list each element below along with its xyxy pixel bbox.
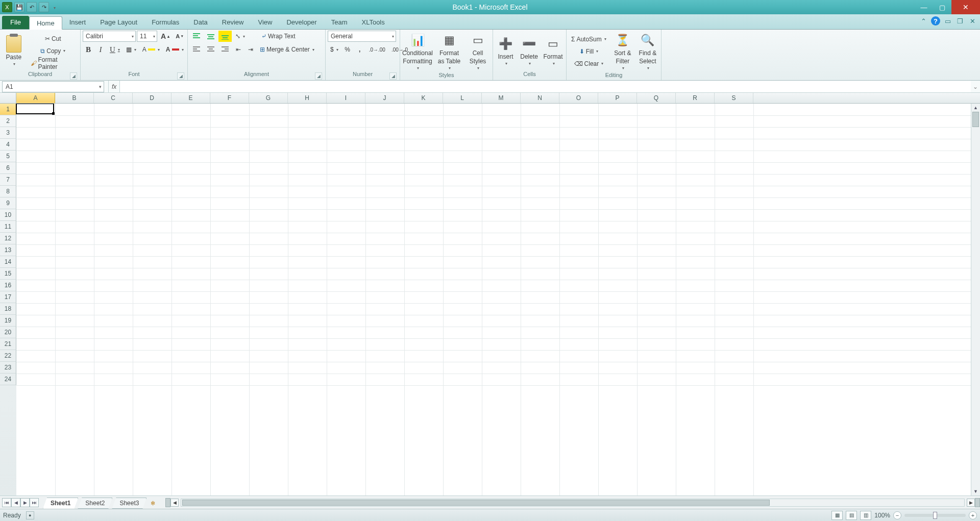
paste-button[interactable]: Paste	[2, 34, 26, 68]
row-header[interactable]: 8	[0, 186, 16, 197]
font-color-button[interactable]: A	[163, 44, 186, 55]
restore-window-icon[interactable]: ❐	[955, 16, 965, 26]
align-left-button[interactable]	[190, 44, 203, 55]
page-break-view-button[interactable]: ▥	[860, 511, 871, 520]
delete-cells-button[interactable]: ➖Delete	[519, 34, 540, 67]
column-header[interactable]: J	[365, 93, 404, 103]
scroll-down-arrow[interactable]: ▼	[971, 487, 980, 495]
column-header[interactable]: E	[172, 93, 210, 103]
column-header[interactable]: R	[676, 93, 715, 103]
sheet-prev-button[interactable]: ◀	[11, 498, 20, 507]
close-workbook-icon[interactable]: ✕	[968, 16, 977, 26]
maximize-button[interactable]: ▢	[933, 0, 951, 14]
column-header[interactable]: G	[249, 93, 288, 103]
orientation-button[interactable]: ⤡	[233, 31, 248, 42]
row-header[interactable]: 13	[0, 244, 16, 256]
fx-label[interactable]: fx	[108, 81, 120, 92]
format-painter-button[interactable]: 🖌Format Painter	[28, 58, 78, 69]
border-button[interactable]: ▦	[124, 44, 139, 55]
number-format-combo[interactable]: General	[328, 31, 396, 42]
column-header[interactable]: N	[521, 93, 559, 103]
row-header[interactable]: 14	[0, 256, 16, 268]
column-header[interactable]: O	[559, 93, 598, 103]
row-header[interactable]: 17	[0, 291, 16, 303]
sheet-first-button[interactable]: ⏮	[2, 498, 11, 507]
row-header[interactable]: 12	[0, 233, 16, 244]
row-header[interactable]: 11	[0, 221, 16, 233]
row-header[interactable]: 3	[0, 127, 16, 139]
sheet-tab[interactable]: Sheet3	[112, 498, 146, 509]
row-header[interactable]: 23	[0, 362, 16, 374]
font-size-combo[interactable]: 11	[137, 31, 157, 42]
sheet-next-button[interactable]: ▶	[20, 498, 30, 507]
font-name-combo[interactable]: Calibri	[83, 31, 136, 42]
copy-button[interactable]: ⧉Copy	[28, 45, 78, 57]
hscroll-right-arrow[interactable]: ▶	[967, 499, 975, 507]
row-header[interactable]: 18	[0, 303, 16, 315]
cells-area[interactable]	[16, 104, 971, 495]
ribbon-tab-insert[interactable]: Insert	[62, 16, 93, 29]
row-header[interactable]: 21	[0, 338, 16, 350]
scroll-up-arrow[interactable]: ▲	[971, 104, 980, 112]
horizontal-scrollbar[interactable]	[181, 499, 965, 507]
align-bottom-button[interactable]	[218, 31, 232, 42]
find-select-button[interactable]: 🔍Find &Select	[636, 31, 659, 72]
close-button[interactable]: ✕	[951, 0, 980, 14]
align-center-button[interactable]	[204, 44, 217, 55]
ribbon-tab-formulas[interactable]: Formulas	[144, 16, 186, 29]
minimize-button[interactable]: —	[915, 0, 933, 14]
row-header[interactable]: 2	[0, 115, 16, 127]
format-as-table-button[interactable]: ▦ Formatas Table	[435, 31, 463, 72]
help-icon[interactable]: ?	[931, 16, 940, 26]
ribbon-minimize-icon[interactable]: ▭	[943, 16, 952, 26]
zoom-in-button[interactable]: +	[969, 511, 977, 519]
font-launcher[interactable]: ◢	[177, 72, 184, 80]
number-launcher[interactable]: ◢	[389, 72, 397, 80]
underline-button[interactable]: U	[107, 44, 122, 55]
redo-icon[interactable]: ↷	[39, 2, 49, 12]
vscroll-thumb[interactable]	[972, 112, 979, 127]
formula-expand-button[interactable]: ⌄	[971, 83, 980, 90]
column-header[interactable]: L	[443, 93, 482, 103]
save-icon[interactable]: 💾	[14, 2, 24, 12]
undo-icon[interactable]: ↶	[27, 2, 37, 12]
wrap-text-button[interactable]: ⤶Wrap Text	[259, 31, 298, 42]
column-header[interactable]: F	[210, 93, 249, 103]
grow-font-button[interactable]: A▴	[158, 31, 172, 42]
ribbon-tab-data[interactable]: Data	[186, 16, 214, 29]
row-header[interactable]: 10	[0, 209, 16, 221]
decrease-indent-button[interactable]: ⇤	[233, 44, 244, 55]
row-header[interactable]: 24	[0, 374, 16, 385]
row-header[interactable]: 15	[0, 268, 16, 280]
insert-cells-button[interactable]: ➕Insert	[495, 34, 516, 67]
cell-styles-button[interactable]: ▭ CellStyles	[465, 31, 490, 72]
align-top-button[interactable]	[190, 31, 203, 42]
file-tab[interactable]: File	[2, 16, 29, 29]
column-header[interactable]: C	[94, 93, 133, 103]
row-header[interactable]: 19	[0, 315, 16, 327]
sheet-tab[interactable]: Sheet1	[43, 498, 78, 509]
macro-record-icon[interactable]: ●	[26, 511, 34, 519]
zoom-slider-thumb[interactable]	[933, 512, 937, 519]
sort-filter-button[interactable]: ⏳Sort &Filter	[611, 31, 634, 72]
row-header[interactable]: 5	[0, 151, 16, 162]
row-header[interactable]: 20	[0, 327, 16, 338]
increase-indent-button[interactable]: ⇥	[245, 44, 256, 55]
row-header[interactable]: 1	[0, 104, 16, 115]
align-middle-button[interactable]	[204, 31, 217, 42]
qat-customize-dropdown[interactable]	[51, 4, 57, 11]
clear-button[interactable]: ⌫Clear	[569, 58, 609, 69]
column-header[interactable]: I	[327, 93, 365, 103]
normal-view-button[interactable]: ▦	[831, 511, 843, 520]
fill-button[interactable]: ⬇Fill	[569, 46, 609, 57]
ribbon-tab-view[interactable]: View	[251, 16, 279, 29]
column-header[interactable]: M	[482, 93, 521, 103]
row-header[interactable]: 9	[0, 197, 16, 209]
fill-color-button[interactable]: A	[140, 44, 162, 55]
column-header[interactable]: S	[715, 93, 753, 103]
zoom-out-button[interactable]: −	[893, 511, 901, 519]
column-header[interactable]: P	[598, 93, 637, 103]
bold-button[interactable]: B	[83, 44, 94, 55]
row-header[interactable]: 22	[0, 350, 16, 362]
ribbon-tab-home[interactable]: Home	[29, 16, 62, 30]
